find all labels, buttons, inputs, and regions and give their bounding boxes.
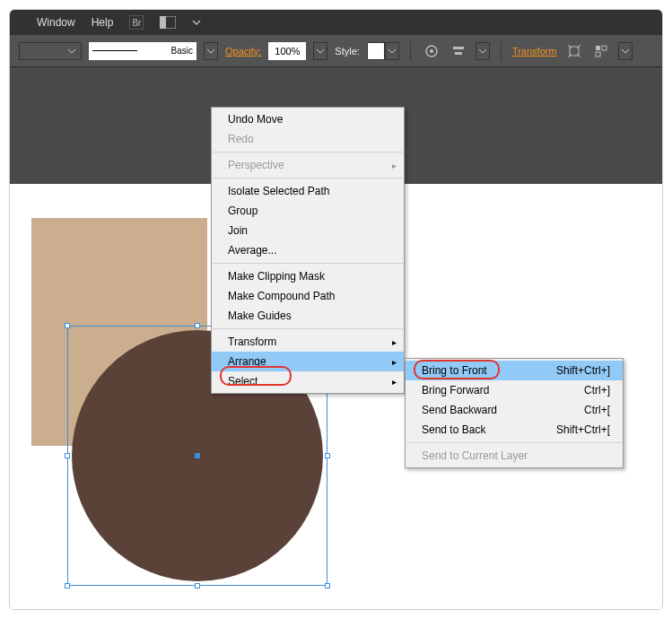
selection-handle[interactable] [325, 453, 330, 458]
ctx-join[interactable]: Join [212, 221, 404, 240]
bridge-icon[interactable]: Br [129, 15, 144, 30]
opacity-caret[interactable] [313, 42, 327, 60]
selection-handle[interactable] [195, 323, 200, 328]
selection-handle[interactable] [65, 453, 70, 458]
stroke-profile-select[interactable]: Basic [89, 42, 196, 60]
style-swatch[interactable] [367, 42, 385, 60]
svg-rect-11 [596, 46, 600, 50]
workspace-dropdown-icon[interactable] [192, 18, 201, 27]
menu-separator [213, 152, 403, 153]
svg-rect-12 [602, 46, 607, 50]
toggle-edges-icon[interactable] [591, 41, 611, 61]
selection-handle[interactable] [65, 323, 70, 328]
stroke-line-preview [92, 50, 137, 51]
align-caret[interactable] [476, 42, 490, 60]
ctx-select[interactable]: Select [212, 371, 404, 391]
sub-send-to-back-label: Send to Back [422, 423, 485, 436]
menu-separator [213, 178, 403, 179]
sub-send-to-back-shortcut: Shift+Ctrl+[ [556, 423, 610, 436]
svg-rect-13 [596, 52, 600, 57]
toggle-edges-caret[interactable] [618, 42, 633, 60]
sub-bring-forward-shortcut: Ctrl+] [584, 384, 610, 397]
svg-rect-5 [455, 52, 462, 55]
context-menu: Undo Move Redo Perspective Isolate Selec… [211, 107, 405, 394]
sub-bring-forward[interactable]: Bring Forward Ctrl+] [406, 380, 623, 400]
ctx-compound-path[interactable]: Make Compound Path [212, 286, 404, 306]
menu-window[interactable]: Window [37, 16, 75, 29]
menu-separator [213, 328, 403, 329]
sub-send-backward-shortcut: Ctrl+[ [584, 404, 610, 416]
sub-send-current-layer-label: Send to Current Layer [422, 449, 528, 462]
selection-handle[interactable] [195, 583, 200, 588]
sub-send-to-back[interactable]: Send to Back Shift+Ctrl+[ [406, 420, 623, 440]
sub-send-backward[interactable]: Send Backward Ctrl+[ [406, 400, 623, 420]
separator-2 [501, 41, 502, 61]
ctx-clipping-mask[interactable]: Make Clipping Mask [212, 266, 404, 286]
ctx-group[interactable]: Group [212, 201, 404, 221]
ctx-perspective: Perspective [212, 155, 404, 175]
ctx-transform[interactable]: Transform [212, 332, 404, 352]
menu-separator [213, 263, 403, 264]
selection-handle[interactable] [65, 583, 70, 588]
menu-separator [406, 442, 622, 443]
ctx-make-guides[interactable]: Make Guides [212, 306, 404, 326]
separator [410, 41, 411, 61]
opacity-label-link[interactable]: Opacity: [225, 46, 261, 57]
fill-stroke-dropdown[interactable] [19, 42, 82, 60]
arrange-submenu: Bring to Front Shift+Ctrl+] Bring Forwar… [405, 358, 624, 468]
ctx-isolate[interactable]: Isolate Selected Path [212, 181, 404, 201]
sub-bring-forward-label: Bring Forward [422, 384, 489, 397]
sub-bring-to-front-label: Bring to Front [422, 364, 487, 377]
sub-send-backward-label: Send Backward [422, 404, 497, 416]
align-icon[interactable] [449, 41, 468, 61]
stroke-profile-label: Basic [171, 46, 193, 56]
recolor-artwork-icon[interactable] [422, 41, 441, 61]
stroke-profile-caret[interactable] [204, 42, 218, 60]
app-frame: Window Help Br Basic Opacity: 100% Style… [9, 9, 663, 610]
svg-rect-1 [160, 16, 166, 29]
ctx-undo[interactable]: Undo Move [212, 109, 404, 129]
selection-center-point[interactable] [195, 453, 200, 458]
svg-point-3 [430, 49, 433, 53]
main-menubar: Window Help Br [10, 10, 662, 35]
selection-handle[interactable] [325, 583, 330, 588]
isolate-icon[interactable] [564, 41, 584, 61]
workspace-layout-icon[interactable] [160, 16, 176, 29]
ctx-average[interactable]: Average... [212, 240, 404, 260]
style-label: Style: [335, 46, 360, 57]
sub-send-current-layer: Send to Current Layer [406, 446, 623, 466]
opacity-input[interactable]: 100% [268, 42, 306, 60]
menu-help[interactable]: Help [92, 16, 114, 29]
sub-bring-to-front[interactable]: Bring to Front Shift+Ctrl+] [406, 361, 623, 380]
style-swatch-group [367, 42, 399, 60]
svg-rect-4 [453, 47, 464, 49]
sub-bring-to-front-shortcut: Shift+Ctrl+] [556, 364, 610, 377]
ctx-arrange[interactable]: Arrange [212, 352, 404, 371]
style-caret[interactable] [385, 42, 399, 60]
options-bar: Basic Opacity: 100% Style: Transform [10, 35, 662, 67]
transform-label-link[interactable]: Transform [512, 46, 557, 57]
ctx-redo: Redo [212, 129, 404, 149]
